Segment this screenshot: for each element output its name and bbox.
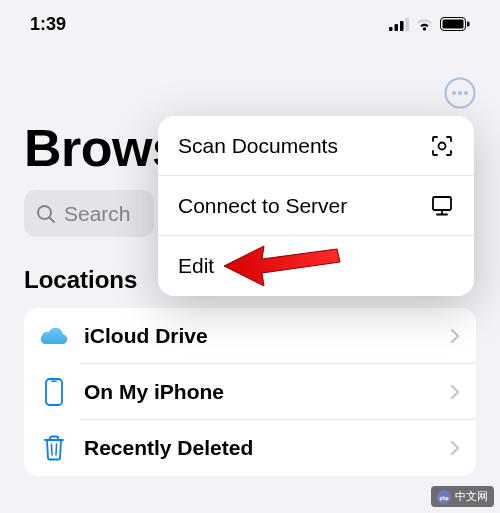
chevron-right-icon (450, 440, 460, 456)
svg-point-10 (464, 91, 468, 95)
svg-rect-0 (389, 27, 393, 31)
trash-icon (40, 434, 68, 462)
search-placeholder: Search (64, 202, 131, 226)
battery-icon (440, 17, 470, 31)
svg-rect-3 (406, 18, 410, 31)
iphone-icon (40, 378, 68, 406)
menu-item-label: Scan Documents (178, 134, 338, 158)
wifi-icon (415, 17, 434, 31)
svg-rect-13 (46, 379, 62, 405)
svg-line-15 (52, 444, 53, 455)
menu-item-scan-documents[interactable]: Scan Documents (158, 116, 474, 176)
status-icons (389, 17, 470, 31)
menu-item-label: Edit (178, 254, 214, 278)
svg-text:php: php (439, 494, 448, 500)
svg-point-17 (439, 143, 446, 150)
menu-item-edit[interactable]: Edit (158, 236, 474, 296)
list-item-label: iCloud Drive (84, 324, 434, 348)
list-item-icloud-drive[interactable]: iCloud Drive (24, 308, 476, 364)
svg-point-9 (458, 91, 462, 95)
watermark-text: 中文网 (455, 489, 488, 504)
svg-rect-18 (433, 197, 451, 210)
svg-line-16 (56, 444, 57, 455)
status-time: 1:39 (30, 14, 66, 35)
svg-rect-6 (467, 22, 470, 27)
search-input[interactable]: Search (24, 190, 154, 237)
list-item-label: Recently Deleted (84, 436, 434, 460)
cellular-signal-icon (389, 18, 409, 31)
svg-rect-1 (395, 24, 399, 31)
context-menu: Scan Documents Connect to Server Edit (158, 116, 474, 296)
svg-rect-5 (443, 20, 464, 29)
scan-icon (430, 134, 454, 158)
svg-rect-14 (51, 381, 57, 383)
svg-line-12 (50, 217, 55, 222)
more-options-button[interactable] (442, 75, 478, 111)
icloud-icon (40, 322, 68, 350)
menu-item-connect-to-server[interactable]: Connect to Server (158, 176, 474, 236)
svg-rect-2 (400, 21, 404, 31)
svg-point-8 (452, 91, 456, 95)
php-logo-icon: php (437, 490, 451, 504)
menu-item-label: Connect to Server (178, 194, 347, 218)
status-bar: 1:39 (0, 0, 500, 44)
watermark: php 中文网 (431, 486, 494, 507)
ellipsis-circle-icon (444, 77, 476, 109)
locations-section-title: Locations (24, 266, 137, 294)
list-item-recently-deleted[interactable]: Recently Deleted (24, 420, 476, 476)
list-item-on-my-iphone[interactable]: On My iPhone (24, 364, 476, 420)
list-item-label: On My iPhone (84, 380, 434, 404)
server-icon (430, 194, 454, 218)
chevron-right-icon (450, 328, 460, 344)
locations-list: iCloud Drive On My iPhone Recently Delet… (24, 308, 476, 476)
chevron-right-icon (450, 384, 460, 400)
search-icon (36, 204, 56, 224)
